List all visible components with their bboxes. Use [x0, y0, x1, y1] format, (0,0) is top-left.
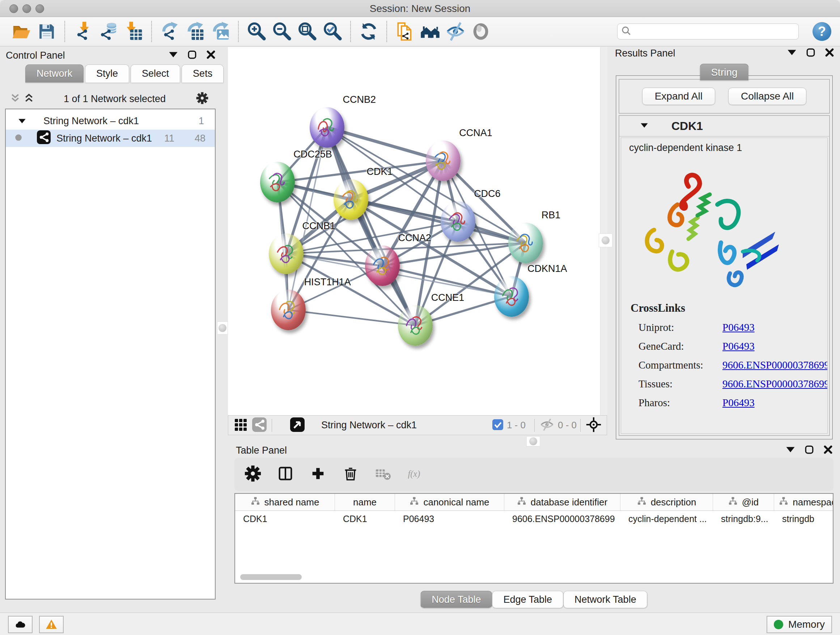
network-edge[interactable]	[327, 127, 415, 325]
network-node-CCNB2[interactable]	[309, 107, 344, 148]
collection-expander-icon[interactable]	[18, 116, 26, 127]
crosslink-row: GeneCard:P06493	[630, 340, 828, 352]
export-network-button[interactable]	[159, 21, 180, 42]
crosslink-link[interactable]: P06493	[722, 321, 755, 333]
network-node-HIST1H1A[interactable]	[271, 290, 306, 330]
table-cell[interactable]: cyclin-dependent ...	[621, 514, 713, 524]
refresh-button[interactable]	[358, 21, 379, 42]
tab-network[interactable]: Network	[25, 65, 84, 82]
delete-column-icon[interactable]	[342, 465, 359, 483]
table-tab-network-table[interactable]: Network Table	[563, 591, 647, 608]
open-session-button[interactable]	[11, 21, 32, 42]
expand-all-button[interactable]: Expand All	[642, 88, 715, 105]
column-header--id[interactable]: @id	[713, 494, 774, 510]
network-node-CCNA1[interactable]	[426, 141, 461, 181]
table-cell[interactable]: stringdb	[774, 514, 834, 524]
table-panel-close-icon[interactable]	[823, 445, 833, 456]
string-presentation-button[interactable]	[470, 21, 492, 42]
column-header-description[interactable]: description	[621, 494, 713, 510]
panel-divider-grip-left[interactable]	[217, 321, 228, 334]
import-database-button[interactable]	[97, 21, 119, 42]
cloud-status-button[interactable]	[8, 616, 33, 633]
search-input[interactable]	[631, 26, 795, 38]
network-node-RB1[interactable]	[508, 223, 543, 263]
svg-text:f(x): f(x)	[408, 469, 420, 479]
network-share-view-icon[interactable]	[252, 417, 267, 433]
network-canvas[interactable]: CCNB2CCNA1CDC25BCDK1CDC6RB1CCNB1CCNA2CDK…	[228, 47, 607, 415]
expand-all-icon[interactable]	[25, 93, 33, 104]
string-enrichment-button[interactable]	[445, 21, 466, 42]
import-table-button[interactable]	[123, 21, 144, 42]
network-node-CDK1[interactable]	[333, 179, 368, 220]
network-node-CDC6[interactable]	[441, 201, 475, 242]
results-tab-string[interactable]: String	[699, 64, 748, 80]
column-header-name[interactable]: name	[335, 494, 395, 510]
grid-view-icon[interactable]	[233, 417, 248, 433]
control-panel-menu-icon[interactable]	[169, 50, 178, 61]
network-node-CDKN1A[interactable]	[494, 276, 529, 317]
selected-nodes-checkbox-icon[interactable]	[493, 419, 503, 432]
network-node-CCNE1[interactable]	[398, 305, 433, 346]
tab-sets[interactable]: Sets	[182, 65, 224, 82]
collapse-all-icon[interactable]	[11, 93, 19, 104]
network-options-gear-icon[interactable]	[196, 92, 208, 106]
show-columns-icon[interactable]	[277, 465, 294, 483]
results-panel-float-icon[interactable]	[806, 48, 815, 59]
table-cell[interactable]: 9606.ENSP00000378699	[504, 514, 621, 524]
hidden-elements-eye-icon[interactable]	[540, 418, 554, 432]
panel-divider-grip-right[interactable]	[599, 233, 613, 247]
network-node-CDC25B[interactable]	[260, 162, 295, 203]
help-button[interactable]: ?	[813, 22, 831, 41]
table-panel-menu-icon[interactable]	[786, 445, 795, 456]
column-header-shared-name[interactable]: shared name	[235, 494, 335, 510]
column-header-canonical-name[interactable]: canonical name	[395, 494, 504, 510]
import-network-button[interactable]	[72, 21, 94, 42]
control-panel-close-icon[interactable]	[206, 50, 216, 61]
table-tab-node-table[interactable]: Node Table	[420, 591, 492, 608]
fit-selected-crosshair-icon[interactable]	[586, 417, 602, 434]
tab-style[interactable]: Style	[85, 65, 129, 82]
column-header-namespace[interactable]: namespace	[774, 494, 834, 510]
crosslink-link[interactable]: P06493	[722, 397, 755, 409]
table-cell[interactable]: stringdb:9...	[713, 514, 774, 524]
network-collection-row[interactable]: String Network – cdk1 1	[6, 112, 215, 130]
table-cell[interactable]: P06493	[395, 514, 504, 524]
zoom-selected-button[interactable]	[322, 21, 343, 42]
add-column-icon[interactable]	[309, 465, 326, 483]
save-session-button[interactable]	[36, 21, 57, 42]
network-node-CCNB1[interactable]	[269, 233, 303, 274]
string-home-button[interactable]	[419, 21, 441, 42]
table-cell[interactable]: CDK1	[335, 514, 395, 524]
horizontal-scrollbar-thumb[interactable]	[240, 574, 302, 580]
results-panel-close-icon[interactable]	[825, 48, 834, 59]
collapse-all-button[interactable]: Collapse All	[728, 88, 806, 105]
table-row[interactable]: CDK1CDK1P064939606.ENSP00000378699cyclin…	[235, 511, 833, 527]
table-cell[interactable]: CDK1	[235, 514, 335, 524]
export-image-button[interactable]	[210, 21, 231, 42]
crosslink-link[interactable]: P06493	[722, 340, 755, 352]
warning-status-button[interactable]	[39, 616, 64, 633]
tab-select[interactable]: Select	[131, 65, 180, 82]
gene-expander-icon[interactable]	[640, 122, 648, 130]
export-table-button[interactable]	[184, 21, 206, 42]
memory-button[interactable]: Memory	[767, 616, 832, 633]
results-panel-menu-icon[interactable]	[787, 48, 797, 59]
zoom-in-button[interactable]	[246, 21, 267, 42]
search-box[interactable]	[617, 24, 799, 40]
zoom-actual-button[interactable]	[296, 21, 318, 42]
control-panel-float-icon[interactable]	[187, 50, 197, 61]
table-tab-edge-table[interactable]: Edge Table	[492, 591, 563, 608]
zoom-out-button[interactable]	[271, 21, 293, 42]
crosslink-link[interactable]: 9606.ENSP00000378699	[722, 359, 828, 371]
network-node-CCNA2[interactable]	[365, 245, 400, 286]
string-import-button[interactable]	[394, 21, 416, 42]
network-edge[interactable]	[288, 310, 415, 325]
warning-icon	[45, 618, 57, 631]
crosslink-link[interactable]: 9606.ENSP00000378699	[722, 378, 828, 390]
column-header-database-identifier[interactable]: database identifier	[504, 494, 621, 510]
network-row-selected[interactable]: String Network – cdk1 11 48	[6, 130, 215, 147]
table-settings-gear-icon[interactable]	[245, 465, 261, 483]
table-panel-float-icon[interactable]	[805, 445, 814, 456]
gene-header[interactable]: CDK1	[619, 116, 829, 136]
birdseye-view-icon[interactable]	[290, 417, 305, 433]
